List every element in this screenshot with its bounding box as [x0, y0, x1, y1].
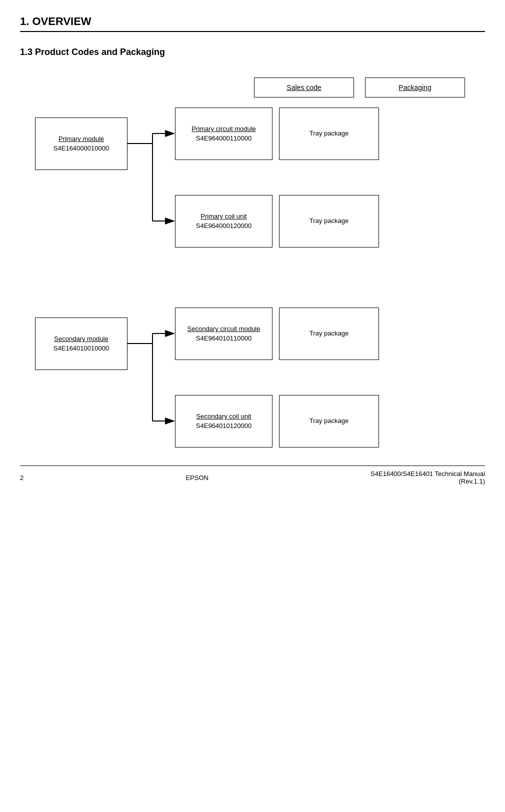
primary-source-box: Primary module S4E164000010000 — [35, 118, 128, 170]
page: 1. OVERVIEW 1.3 Product Codes and Packag… — [0, 0, 505, 492]
sales-code-header: Sales code — [254, 78, 354, 98]
secondary-coil-packaging: Tray package — [279, 395, 379, 448]
packaging-header: Packaging — [365, 78, 465, 98]
footer: 2 EPSON S4E16400/S4E16401 Technical Manu… — [20, 466, 485, 485]
primary-section: Primary module S4E164000010000 Primary c… — [20, 102, 485, 262]
secondary-circuit-packaging: Tray package — [279, 308, 379, 360]
primary-circuit-box: Primary circuit module S4E964000110000 — [175, 108, 272, 160]
page-title: 1. OVERVIEW — [20, 15, 485, 32]
secondary-coil-box: Secondary coil unit S4E964010120000 — [175, 395, 272, 448]
primary-coil-box: Primary coil unit S4E964000120000 — [175, 195, 272, 248]
section-title: 1.3 Product Codes and Packaging — [20, 47, 485, 58]
secondary-circuit-box: Secondary circuit module S4E964010110000 — [175, 308, 272, 360]
secondary-section: Secondary module S4E164010010000 Seconda… — [20, 302, 485, 462]
footer-manual-info: S4E16400/S4E16401 Technical Manual (Rev.… — [370, 470, 485, 485]
secondary-source-box: Secondary module S4E164010010000 — [35, 318, 128, 370]
footer-company: EPSON — [186, 474, 208, 482]
primary-coil-packaging: Tray package — [279, 195, 379, 248]
primary-circuit-packaging: Tray package — [279, 108, 379, 160]
footer-page-number: 2 — [20, 474, 24, 482]
